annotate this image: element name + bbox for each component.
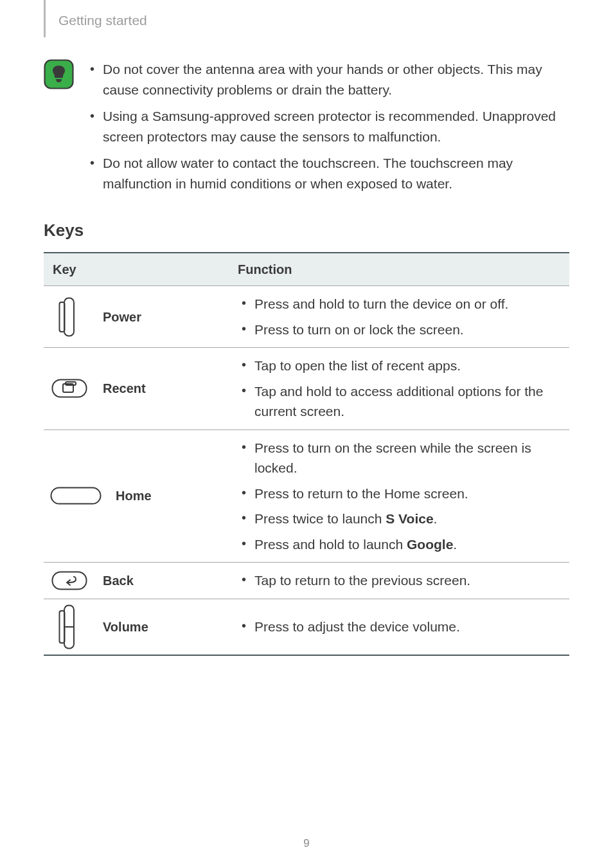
notice-list: Do not cover the antenna area with your … [87, 59, 569, 200]
function-item: Press to turn on or lock the screen. [239, 317, 559, 343]
function-item: Tap to return to the previous screen. [239, 568, 559, 593]
function-text: Tap to return to the previous screen. [254, 573, 470, 588]
table-row: RecentTap to open the list of recent app… [44, 348, 569, 430]
function-text: . [434, 511, 438, 526]
table-row: HomePress to turn on the screen while th… [44, 429, 569, 563]
function-text: Press to return to the Home screen. [254, 486, 468, 501]
function-list: Press and hold to turn the device on or … [235, 291, 563, 342]
key-label: Recent [89, 379, 146, 398]
table-header-key: Key [44, 253, 229, 286]
function-list: Press to adjust the device volume. [235, 614, 563, 640]
key-label: Back [89, 571, 134, 590]
function-item: Press to adjust the device volume. [239, 614, 559, 640]
function-cell: Tap to return to the previous screen. [229, 563, 569, 599]
function-cell: Press and hold to turn the device on or … [229, 286, 569, 348]
notice-item: Do not allow water to contact the touchs… [87, 153, 569, 194]
key-cell: Back [44, 563, 229, 599]
alert-icon [44, 59, 78, 200]
function-text: Press to adjust the device volume. [254, 619, 460, 634]
function-text: Press to turn on or lock the screen. [254, 322, 464, 337]
function-text: S Voice [386, 511, 433, 526]
recent-key-icon [50, 379, 89, 398]
function-item: Press and hold to launch Google. [239, 532, 559, 557]
key-cell: Home [44, 429, 229, 563]
breadcrumb-text: Getting started [58, 0, 147, 37]
function-cell: Press to adjust the device volume. [229, 599, 569, 655]
key-cell: Recent [44, 348, 229, 430]
function-text: Press twice to launch [254, 511, 386, 526]
key-label: Power [89, 307, 141, 327]
key-label: Home [102, 486, 152, 505]
keys-table: Key Function PowerPress and hold to turn… [44, 252, 569, 656]
key-cell: Power [44, 286, 229, 348]
function-cell: Press to turn on the screen while the sc… [229, 429, 569, 563]
page-number: 9 [0, 835, 613, 852]
function-text: Press to turn on the screen while the sc… [254, 440, 531, 476]
key-cell: Volume [44, 599, 229, 655]
table-row: VolumePress to adjust the device volume. [44, 599, 569, 655]
svg-rect-6 [51, 488, 101, 504]
power-key-icon [50, 297, 89, 337]
home-key-icon [50, 487, 102, 505]
function-text: Google [407, 537, 453, 552]
function-item: Press to return to the Home screen. [239, 481, 559, 507]
function-list: Tap to return to the previous screen. [235, 568, 563, 593]
back-key-icon [50, 571, 89, 590]
notice-block: Do not cover the antenna area with your … [44, 59, 569, 200]
keys-table-body: PowerPress and hold to turn the device o… [44, 286, 569, 655]
breadcrumb: Getting started [44, 0, 569, 37]
key-label: Volume [89, 617, 148, 637]
table-row: BackTap to return to the previous screen… [44, 563, 569, 599]
function-item: Press twice to launch S Voice. [239, 506, 559, 532]
function-text: Press and hold to turn the device on or … [254, 296, 508, 311]
table-row: PowerPress and hold to turn the device o… [44, 286, 569, 348]
notice-item: Do not cover the antenna area with your … [87, 59, 569, 100]
svg-rect-1 [64, 298, 74, 336]
function-item: Press and hold to turn the device on or … [239, 291, 559, 317]
breadcrumb-bar [44, 0, 46, 37]
function-cell: Tap to open the list of recent apps.Tap … [229, 348, 569, 430]
table-header-function: Function [229, 253, 569, 286]
notice-item: Using a Samsung-approved screen protecto… [87, 106, 569, 147]
function-item: Tap and hold to access additional option… [239, 379, 559, 424]
function-text: . [453, 537, 457, 552]
function-list: Tap to open the list of recent apps.Tap … [235, 353, 563, 424]
function-list: Press to turn on the screen while the sc… [235, 435, 563, 557]
function-text: Press and hold to launch [254, 537, 407, 552]
function-text: Tap to open the list of recent apps. [254, 358, 461, 373]
function-item: Press to turn on the screen while the sc… [239, 435, 559, 481]
volume-key-icon [50, 604, 89, 649]
function-item: Tap to open the list of recent apps. [239, 353, 559, 379]
keys-heading: Keys [44, 218, 569, 243]
function-text: Tap and hold to access additional option… [254, 384, 543, 419]
